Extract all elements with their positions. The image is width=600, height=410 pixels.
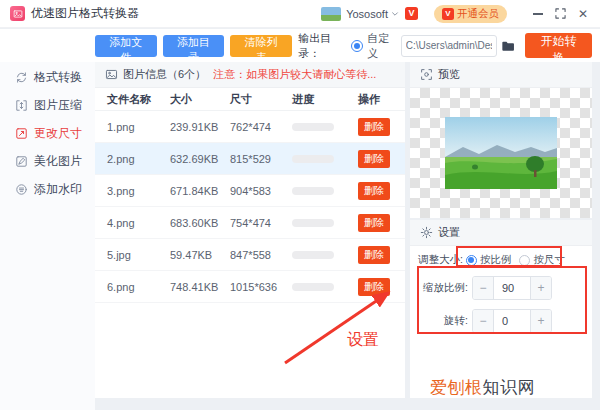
user-avatar[interactable] <box>321 7 341 21</box>
titlebar: 优速图片格式转换器 Yososoft V V 开通会员 ✕ <box>0 0 600 28</box>
sidebar-item-label: 美化图片 <box>34 153 82 170</box>
radio-by-ratio-label: 按比例 <box>480 253 512 267</box>
file-panel-title: 图片信息（6个） <box>123 67 206 82</box>
maximize-button[interactable] <box>555 8 566 19</box>
column-header: 进度 <box>292 92 358 107</box>
sidebar-item-add-watermark[interactable]: 添加水印 <box>0 175 95 203</box>
vip-upgrade-button[interactable]: V 开通会员 <box>434 5 507 23</box>
rotate-stepper: − 0 + <box>472 309 552 333</box>
sidebar-item-label: 格式转换 <box>34 69 82 86</box>
vip-upgrade-label: 开通会员 <box>457 7 499 21</box>
column-header: 尺寸 <box>230 92 292 107</box>
file-dimensions: 815*529 <box>230 153 292 165</box>
output-custom-radio[interactable] <box>351 40 363 52</box>
resize-mode-label: 调整大小: <box>418 253 463 267</box>
start-convert-button[interactable]: 开始转换 <box>525 33 592 58</box>
sidebar-item-label: 图片压缩 <box>34 97 82 114</box>
rotate-increase-button[interactable]: + <box>530 310 551 332</box>
file-row[interactable]: 6.png 748.41KB 1015*636 删除 <box>95 271 405 303</box>
delete-button[interactable]: 删除 <box>358 118 390 136</box>
column-header: 操作 <box>358 92 405 107</box>
watermark: 爱刨根知识网 <box>430 376 535 399</box>
vip-icon: V <box>442 8 454 20</box>
add-folder-button[interactable]: 添加目录 <box>163 35 225 57</box>
action-cell: 删除 <box>358 118 405 136</box>
sidebar-item-icon <box>15 99 28 112</box>
file-name: 4.png <box>107 217 170 229</box>
settings-header: 设置 <box>410 220 592 246</box>
delete-button[interactable]: 删除 <box>358 150 390 168</box>
file-dimensions: 1015*636 <box>230 281 292 293</box>
preview-canvas <box>410 88 592 218</box>
file-row[interactable]: 3.png 671.84KB 904*583 删除 <box>95 175 405 207</box>
sidebar-item-image-compress[interactable]: 图片压缩 <box>0 91 95 119</box>
rotate-decrease-button[interactable]: − <box>473 310 494 332</box>
delete-button[interactable]: 删除 <box>358 214 390 232</box>
sidebar-item-label: 添加水印 <box>34 181 82 198</box>
scale-stepper: − 90 + <box>472 276 552 300</box>
sidebar-item-resize[interactable]: 更改尺寸 <box>0 119 95 147</box>
action-cell: 删除 <box>358 246 405 264</box>
file-row[interactable]: 1.png 239.91KB 762*474 删除 <box>95 111 405 143</box>
image-info-icon <box>105 68 118 81</box>
file-row[interactable]: 2.png 632.69KB 815*529 删除 <box>95 143 405 175</box>
progress-cell <box>292 251 358 259</box>
radio-by-ratio[interactable] <box>466 255 477 266</box>
sidebar-item-icon <box>15 155 28 168</box>
file-row[interactable]: 5.jpg 59.47KB 847*558 删除 <box>95 239 405 271</box>
clear-list-button[interactable]: 清除列表 <box>230 35 292 57</box>
sidebar-item-icon <box>15 127 28 140</box>
chevron-down-icon[interactable] <box>391 10 399 18</box>
file-size: 59.47KB <box>170 249 230 261</box>
action-cell: 删除 <box>358 150 405 168</box>
radio-by-size[interactable] <box>519 255 530 266</box>
scale-decrease-button[interactable]: − <box>473 277 494 299</box>
resize-mode-row: 调整大小: 按比例 按尺寸 <box>410 253 592 267</box>
toolbar: 添加文件 添加目录 清除列表 输出目录： 自定义 开始转换 <box>0 29 600 62</box>
rotate-value-input[interactable]: 0 <box>494 310 530 332</box>
progress-cell <box>292 283 358 291</box>
file-dimensions: 762*474 <box>230 121 292 133</box>
delete-button[interactable]: 删除 <box>358 246 390 264</box>
file-name: 3.png <box>107 185 170 197</box>
scale-increase-button[interactable]: + <box>530 277 551 299</box>
app-title: 优速图片格式转换器 <box>31 5 139 22</box>
progress-bar <box>292 155 334 163</box>
close-button[interactable]: ✕ <box>578 7 588 21</box>
file-dimensions: 904*583 <box>230 185 292 197</box>
file-table-columns: 文件名称 大小 尺寸 进度 操作 <box>95 88 405 111</box>
progress-cell <box>292 155 358 163</box>
preview-image <box>445 117 557 189</box>
folder-browse-icon[interactable] <box>501 38 515 54</box>
output-path-input[interactable] <box>401 35 497 57</box>
column-header: 文件名称 <box>107 92 170 107</box>
delete-button[interactable]: 删除 <box>358 278 390 296</box>
preview-panel: 预览 <box>410 62 592 218</box>
file-name: 5.jpg <box>107 249 170 261</box>
delete-button[interactable]: 删除 <box>358 182 390 200</box>
sidebar-item-label: 更改尺寸 <box>34 125 82 142</box>
progress-cell <box>292 187 358 195</box>
scale-row: 缩放比例: − 90 + <box>410 276 592 300</box>
output-custom-label: 自定义 <box>367 31 397 61</box>
vip-badge-icon: V <box>405 7 418 20</box>
scale-label: 缩放比例: <box>410 281 468 295</box>
settings-title: 设置 <box>438 225 460 240</box>
minimize-button[interactable] <box>533 13 543 15</box>
progress-bar <box>292 219 334 227</box>
minimize-icon <box>533 13 543 15</box>
app-window: 优速图片格式转换器 Yososoft V V 开通会员 ✕ 添加文件 添加目录 … <box>0 0 600 410</box>
file-dimensions: 847*558 <box>230 249 292 261</box>
progress-bar <box>292 283 334 291</box>
column-header: 大小 <box>170 92 230 107</box>
add-file-button[interactable]: 添加文件 <box>95 35 157 57</box>
sidebar-item-beautify[interactable]: 美化图片 <box>0 147 95 175</box>
file-name: 2.png <box>107 153 170 165</box>
action-cell: 删除 <box>358 182 405 200</box>
scale-value-input[interactable]: 90 <box>494 277 530 299</box>
file-row[interactable]: 4.png 683.60KB 754*474 删除 <box>95 207 405 239</box>
sidebar-item-format-convert[interactable]: 格式转换 <box>0 63 95 91</box>
file-size: 632.69KB <box>170 153 230 165</box>
username[interactable]: Yososoft <box>346 8 388 20</box>
action-cell: 删除 <box>358 278 405 296</box>
